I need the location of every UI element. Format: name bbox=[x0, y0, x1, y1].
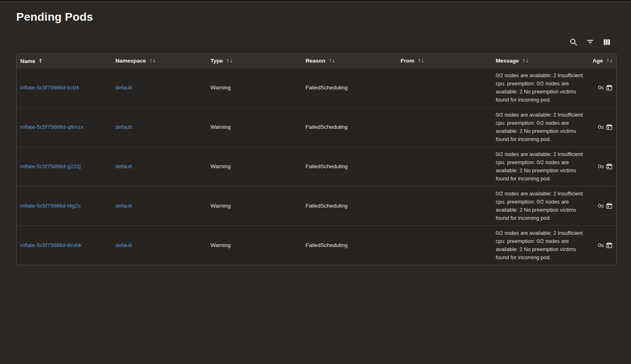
event-message: 0/2 nodes are available: 2 Insufficient … bbox=[492, 186, 588, 225]
namespace-link[interactable]: default bbox=[115, 203, 132, 209]
page-title: Pending Pods bbox=[16, 11, 617, 24]
event-age: 0s bbox=[598, 203, 604, 209]
column-header-label: Name bbox=[20, 58, 35, 64]
event-age: 0s bbox=[598, 84, 604, 91]
event-reason: FailedScheduling bbox=[306, 242, 348, 248]
column-header-name[interactable]: Name↑ bbox=[17, 54, 112, 68]
event-reason: FailedScheduling bbox=[306, 163, 348, 169]
sort-icon: ↑↓ bbox=[417, 58, 424, 64]
table-row: inflate-5c5f75666d-q6mzx default Warning… bbox=[17, 107, 616, 147]
sort-icon: ↑↓ bbox=[149, 58, 155, 64]
search-icon bbox=[569, 38, 578, 46]
column-header-label: Reason bbox=[306, 58, 325, 64]
columns-button[interactable] bbox=[602, 37, 611, 46]
table-toolbar bbox=[16, 37, 617, 47]
pod-name-link[interactable]: inflate-5c5f75666d-q6mzx bbox=[20, 124, 83, 130]
event-reason: FailedScheduling bbox=[306, 124, 348, 130]
event-reason: FailedScheduling bbox=[306, 203, 348, 209]
events-table-card: Name↑ Namespace↑↓ Type↑↓ Reason↑↓ From↑↓… bbox=[16, 54, 617, 265]
filter-button[interactable] bbox=[585, 37, 594, 46]
event-type: Warning bbox=[210, 163, 231, 169]
column-header-label: Age bbox=[592, 58, 603, 64]
namespace-link[interactable]: default bbox=[115, 124, 132, 130]
table-row: inflate-5c5f75666d-8cvhk default Warning… bbox=[17, 225, 616, 265]
column-header-type[interactable]: Type↑↓ bbox=[207, 54, 302, 68]
sort-icon: ↑↓ bbox=[606, 58, 612, 64]
namespace-link[interactable]: default bbox=[115, 163, 132, 169]
column-header-from[interactable]: From↑↓ bbox=[397, 54, 492, 68]
sort-icon: ↑↓ bbox=[328, 58, 335, 64]
pod-name-link[interactable]: inflate-5c5f75666d-kclzk bbox=[20, 84, 80, 91]
event-message: 0/2 nodes are available: 2 Insufficient … bbox=[492, 107, 588, 147]
event-type: Warning bbox=[210, 84, 231, 91]
table-row: inflate-5c5f75666d-g222j default Warning… bbox=[17, 147, 616, 186]
event-reason: FailedScheduling bbox=[306, 84, 348, 91]
calendar-icon bbox=[606, 124, 612, 130]
pod-name-link[interactable]: inflate-5c5f75666d-8cvhk bbox=[20, 242, 82, 248]
event-type: Warning bbox=[210, 203, 231, 209]
sort-icon: ↑ bbox=[38, 58, 43, 64]
calendar-icon bbox=[606, 84, 612, 91]
column-header-label: Namespace bbox=[115, 58, 146, 64]
event-message: 0/2 nodes are available: 2 Insufficient … bbox=[492, 147, 588, 186]
column-header-namespace[interactable]: Namespace↑↓ bbox=[112, 54, 207, 68]
calendar-icon bbox=[606, 163, 612, 169]
event-type: Warning bbox=[210, 124, 231, 130]
table-row: inflate-5c5f75666d-kclzk default Warning… bbox=[17, 68, 616, 107]
event-type: Warning bbox=[210, 242, 231, 248]
table-header-row: Name↑ Namespace↑↓ Type↑↓ Reason↑↓ From↑↓… bbox=[17, 54, 616, 68]
sort-icon: ↑↓ bbox=[226, 58, 232, 64]
sort-icon: ↑↓ bbox=[522, 58, 528, 64]
events-table: Name↑ Namespace↑↓ Type↑↓ Reason↑↓ From↑↓… bbox=[17, 54, 616, 265]
calendar-icon bbox=[606, 203, 612, 209]
pod-name-link[interactable]: inflate-5c5f75666d-g222j bbox=[20, 163, 81, 169]
pending-pods-page: Pending Pods bbox=[0, 11, 631, 265]
event-message: 0/2 nodes are available: 2 Insufficient … bbox=[492, 68, 588, 107]
column-header-label: Type bbox=[210, 58, 223, 64]
top-divider bbox=[0, 0, 631, 2]
event-age: 0s bbox=[598, 242, 604, 248]
event-age: 0s bbox=[598, 124, 604, 130]
event-age: 0s bbox=[598, 163, 604, 169]
search-button[interactable] bbox=[569, 37, 578, 46]
column-header-label: From bbox=[401, 58, 414, 64]
columns-icon bbox=[603, 38, 611, 46]
column-header-message[interactable]: Message↑↓ bbox=[492, 54, 588, 68]
namespace-link[interactable]: default bbox=[115, 84, 132, 91]
pod-name-link[interactable]: inflate-5c5f75666d-t4g2s bbox=[20, 203, 81, 209]
column-header-age[interactable]: Age↑↓ bbox=[588, 54, 616, 68]
calendar-icon bbox=[606, 242, 612, 248]
namespace-link[interactable]: default bbox=[115, 242, 132, 248]
event-message: 0/2 nodes are available: 2 Insufficient … bbox=[492, 225, 588, 265]
filter-icon bbox=[586, 38, 594, 46]
column-header-reason[interactable]: Reason↑↓ bbox=[302, 54, 397, 68]
column-header-label: Message bbox=[496, 58, 519, 64]
table-row: inflate-5c5f75666d-t4g2s default Warning… bbox=[17, 186, 616, 225]
